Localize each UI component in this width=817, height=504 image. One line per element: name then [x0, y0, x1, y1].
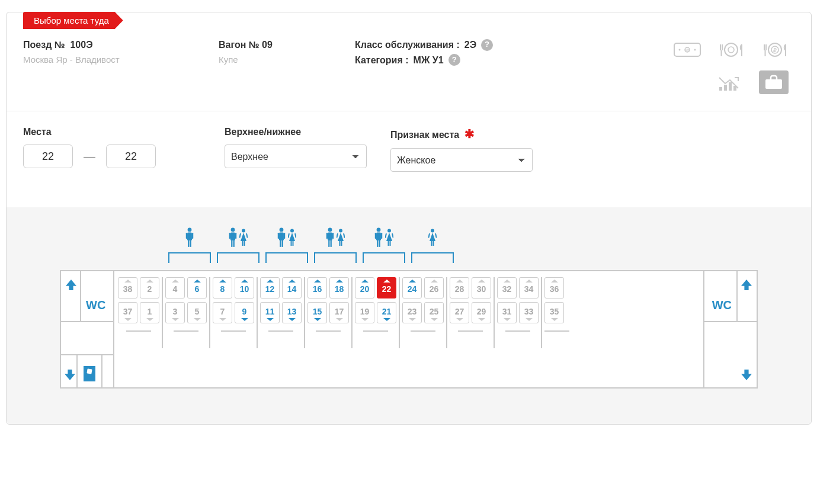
gender-select[interactable]: Женское — [390, 148, 533, 172]
svg-point-54 — [377, 228, 381, 232]
seat-35: 35 — [544, 302, 564, 323]
service-class-value: 2Э — [464, 37, 476, 53]
seat-8[interactable]: 8 — [213, 277, 232, 298]
svg-rect-64 — [392, 233, 393, 238]
seats-label: Места — [23, 127, 225, 137]
svg-rect-22 — [230, 233, 235, 241]
svg-rect-18 — [190, 240, 191, 247]
ribbon-title: Выбор места туда — [23, 12, 123, 29]
svg-point-27 — [242, 229, 245, 233]
seat-24[interactable]: 24 — [402, 277, 422, 298]
svg-point-3 — [679, 49, 681, 51]
paid-meal-icon[interactable]: ₽ — [761, 40, 789, 60]
svg-point-21 — [231, 228, 235, 232]
help-icon[interactable]: ? — [448, 54, 460, 66]
gender-label: Признак места — [390, 130, 459, 140]
svg-rect-16 — [187, 233, 192, 241]
svg-rect-37 — [284, 233, 285, 239]
seat-31: 31 — [497, 302, 517, 323]
svg-rect-42 — [294, 233, 296, 238]
svg-rect-48 — [332, 233, 334, 239]
range-dash: — — [84, 150, 95, 163]
meal-icon[interactable] — [717, 40, 745, 60]
seat-6[interactable]: 6 — [187, 277, 207, 298]
seat-14[interactable]: 14 — [282, 277, 302, 298]
dynamic-pricing-icon[interactable] — [715, 72, 742, 92]
seat-2: 2 — [140, 277, 159, 298]
seat-27: 27 — [450, 302, 469, 323]
svg-rect-34 — [280, 240, 281, 247]
female-icon — [428, 225, 437, 248]
svg-text:₽: ₽ — [773, 47, 777, 53]
mixed-icon — [374, 225, 393, 248]
compartment: 32343133 — [496, 277, 540, 387]
svg-rect-20 — [192, 233, 193, 239]
seat-to-input[interactable] — [106, 145, 156, 168]
svg-point-5 — [725, 43, 738, 56]
seat-15[interactable]: 15 — [307, 302, 327, 323]
seat-28: 28 — [450, 277, 469, 298]
seat-from-input[interactable] — [23, 145, 73, 168]
car-end-left: WC — [61, 271, 114, 387]
luggage-icon[interactable] — [759, 70, 789, 94]
seat-13[interactable]: 13 — [282, 302, 302, 323]
arrow-up-icon — [66, 280, 76, 290]
svg-rect-28 — [242, 240, 244, 246]
seat-12[interactable]: 12 — [260, 277, 280, 298]
seat-36: 36 — [544, 277, 564, 298]
svg-rect-31 — [246, 233, 248, 238]
svg-rect-30 — [239, 233, 241, 238]
svg-point-43 — [328, 228, 332, 232]
seat-selection-panel: Выбор места туда Поезд № 100Э Москва Яр … — [6, 12, 812, 425]
berth-select[interactable]: Верхнее — [225, 145, 367, 168]
eticket-icon[interactable]: @ — [674, 40, 701, 60]
compartment: 28302729 — [448, 277, 492, 387]
svg-rect-24 — [233, 240, 235, 247]
svg-rect-29 — [244, 240, 245, 246]
compartment: 12141113 — [259, 277, 303, 387]
compartment: 3635 — [543, 277, 571, 387]
compartment: 382371 — [117, 277, 161, 387]
car-type: Купе — [219, 53, 355, 67]
train-number: 100Э — [70, 40, 92, 50]
seat-10[interactable]: 10 — [235, 277, 254, 298]
svg-rect-12 — [729, 82, 732, 91]
svg-point-15 — [188, 228, 192, 232]
seat-3: 3 — [165, 302, 185, 323]
svg-point-49 — [339, 229, 342, 233]
category-value: МЖ У1 — [414, 53, 444, 68]
seat-38: 38 — [118, 277, 137, 298]
svg-rect-63 — [385, 233, 387, 238]
seat-4: 4 — [165, 277, 185, 298]
water-cooler-icon — [84, 366, 95, 381]
seat-9[interactable]: 9 — [235, 302, 254, 323]
compartments: 3823714635810791214111316181517202219212… — [114, 271, 703, 387]
seat-18[interactable]: 18 — [329, 277, 349, 298]
seat-7: 7 — [213, 302, 232, 323]
svg-rect-13 — [733, 86, 736, 91]
car-map: WC 3823714635810791214111316181517202219… — [7, 207, 811, 424]
svg-rect-67 — [433, 240, 434, 246]
svg-rect-23 — [231, 240, 232, 247]
svg-rect-47 — [326, 233, 328, 239]
svg-rect-44 — [328, 233, 332, 241]
svg-rect-26 — [235, 233, 236, 239]
seat-21[interactable]: 21 — [377, 302, 396, 323]
seat-17: 17 — [329, 302, 349, 323]
help-icon[interactable]: ? — [481, 39, 493, 51]
svg-point-6 — [728, 47, 734, 53]
arrow-down-icon — [65, 370, 75, 380]
svg-rect-33 — [279, 233, 284, 241]
train-label: Поезд № — [23, 40, 65, 50]
seat-33: 33 — [519, 302, 539, 323]
seat-16[interactable]: 16 — [307, 277, 327, 298]
header: Поезд № 100Э Москва Яр - Владивост Вагон… — [7, 29, 811, 111]
seat-1: 1 — [140, 302, 159, 323]
service-icons: @ ₽ — [674, 37, 794, 94]
seat-20[interactable]: 20 — [355, 277, 374, 298]
seat-22[interactable]: 22 — [377, 277, 396, 298]
seat-11[interactable]: 11 — [260, 302, 280, 323]
car-end-right: WC — [703, 271, 757, 387]
svg-rect-59 — [381, 233, 382, 239]
train-route: Москва Яр - Владивост — [23, 53, 219, 67]
